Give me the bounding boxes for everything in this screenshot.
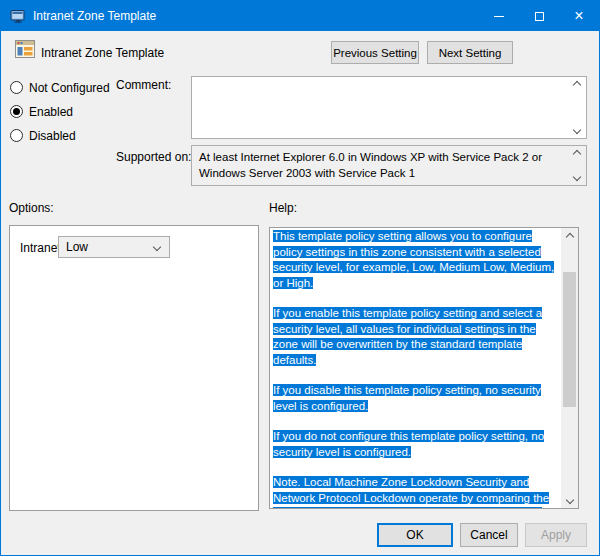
scroll-down-icon <box>565 495 573 503</box>
scroll-up-button[interactable] <box>561 228 578 245</box>
policy-setting-icon <box>15 40 35 58</box>
minimize-icon <box>494 16 504 17</box>
radio-label: Enabled <box>29 105 73 119</box>
supported-on-label: Supported on: <box>116 150 191 164</box>
scroll-down-button[interactable] <box>561 491 578 508</box>
scroll-up-icon[interactable] <box>573 81 581 89</box>
help-section-label: Help: <box>269 201 297 215</box>
options-panel: Intranet Low <box>9 225 259 511</box>
maximize-icon <box>535 12 544 21</box>
apply-button[interactable]: Apply <box>525 523 587 547</box>
close-icon: × <box>574 8 583 24</box>
radio-icon <box>10 129 23 142</box>
radio-selected-icon <box>10 105 23 118</box>
scroll-down-icon[interactable] <box>573 173 581 181</box>
help-paragraph: This template policy setting allows you … <box>273 229 559 291</box>
chevron-down-icon <box>153 243 161 251</box>
help-paragraph: If you do not configure this template po… <box>273 429 559 460</box>
help-paragraph: If you disable this template policy sett… <box>273 383 559 414</box>
intranet-label: Intranet <box>20 241 61 255</box>
window-controls: × <box>479 1 599 31</box>
radio-enabled[interactable]: Enabled <box>10 104 73 119</box>
help-paragraph: If you enable this template policy setti… <box>273 306 559 368</box>
supported-on-box: At least Internet Explorer 6.0 in Window… <box>191 145 587 186</box>
radio-icon <box>10 81 23 94</box>
help-box: This template policy setting allows you … <box>269 227 579 509</box>
selected-text: If you disable this template policy sett… <box>273 384 541 412</box>
supported-on-text: At least Internet Explorer 6.0 in Window… <box>199 149 566 181</box>
help-scrollbar[interactable] <box>561 228 578 508</box>
minimize-button[interactable] <box>479 1 519 31</box>
cancel-button[interactable]: Cancel <box>460 523 518 547</box>
setting-title: Intranet Zone Template <box>41 46 164 60</box>
selected-text: If you enable this template policy setti… <box>273 307 542 366</box>
scroll-up-icon[interactable] <box>573 150 581 158</box>
radio-label: Disabled <box>29 129 76 143</box>
selected-text: If you do not configure this template po… <box>273 430 544 458</box>
scrollbar-thumb[interactable] <box>563 272 576 407</box>
comment-scrollbar[interactable] <box>569 77 586 138</box>
radio-not-configured[interactable]: Not Configured <box>10 80 110 95</box>
scroll-down-icon[interactable] <box>573 126 581 134</box>
help-text[interactable]: This template policy setting allows you … <box>270 228 561 508</box>
selected-text: Note. Local Machine Zone Lockdown Securi… <box>273 476 549 508</box>
scroll-up-icon <box>565 232 573 240</box>
intranet-level-dropdown[interactable]: Low <box>58 236 170 258</box>
ok-button[interactable]: OK <box>377 523 453 547</box>
window-title: Intranet Zone Template <box>33 9 156 23</box>
next-setting-button[interactable]: Next Setting <box>427 41 513 64</box>
app-icon <box>10 8 26 24</box>
help-paragraph: Note. Local Machine Zone Lockdown Securi… <box>273 475 559 508</box>
dialog-window: Intranet Zone Template × Intranet Zone T… <box>0 0 600 556</box>
titlebar: Intranet Zone Template × <box>1 1 599 31</box>
radio-disabled[interactable]: Disabled <box>10 128 76 143</box>
supported-scrollbar[interactable] <box>569 146 586 185</box>
dropdown-selected-value: Low <box>66 240 88 254</box>
comment-label: Comment: <box>116 78 171 92</box>
radio-label: Not Configured <box>29 81 110 95</box>
previous-setting-button[interactable]: Previous Setting <box>331 41 419 64</box>
close-button[interactable]: × <box>559 1 599 31</box>
options-section-label: Options: <box>9 201 54 215</box>
maximize-button[interactable] <box>519 1 559 31</box>
selected-text: This template policy setting allows you … <box>273 230 554 289</box>
comment-textarea[interactable] <box>191 76 587 139</box>
